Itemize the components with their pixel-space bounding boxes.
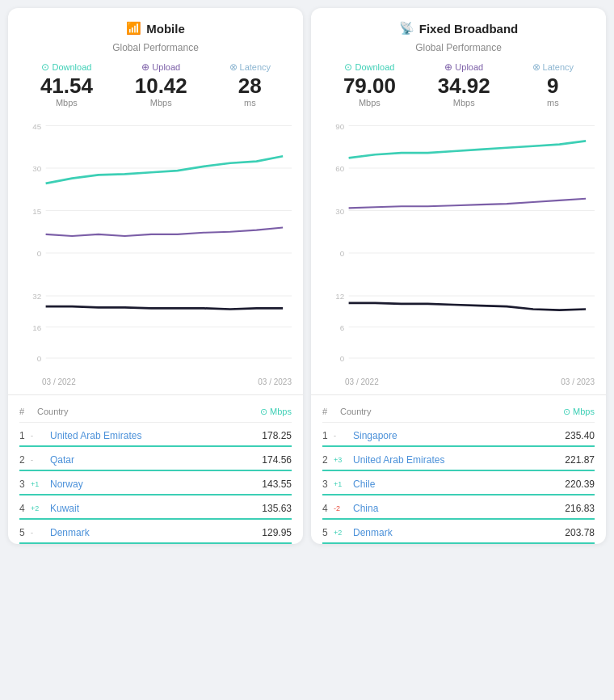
- mobile-latency-unit: ms: [229, 98, 271, 108]
- broadband-download-unit: Mbps: [343, 98, 396, 108]
- country-name[interactable]: China: [350, 503, 554, 514]
- broadband-upload-value: 34.92: [438, 74, 490, 98]
- svg-text:30: 30: [335, 206, 344, 215]
- country-name[interactable]: Chile: [350, 479, 554, 490]
- mbps-value: 220.39: [554, 479, 595, 490]
- table-row: 3 +1 Chile 220.39: [322, 471, 595, 495]
- bb-latency-icon: ⊗: [532, 61, 540, 73]
- country-name[interactable]: Kuwait: [47, 503, 251, 514]
- table-row: 5 +2 Denmark 203.78: [322, 520, 595, 544]
- mbps-value: 203.78: [554, 527, 595, 538]
- rank-change: +2: [31, 504, 47, 512]
- mbps-value: 221.87: [554, 454, 595, 466]
- mobile-table: # Country ⊙ Mbps 1 - United Arab Emirate…: [19, 403, 292, 544]
- mobile-col-rank: #: [19, 407, 37, 416]
- broadband-upload-unit: Mbps: [438, 98, 490, 108]
- mobile-latency: ⊗ Latency 28 ms: [229, 61, 271, 108]
- mobile-subtitle: Global Performance: [19, 42, 292, 53]
- mobile-download-chart: 45 30 15 0: [19, 117, 292, 287]
- mobile-chart-labels: 03 / 2022 03 / 2023: [19, 376, 292, 394]
- mobile-upload: ⊕ Upload 10.42 Mbps: [135, 61, 187, 108]
- rank-change: -: [31, 529, 47, 537]
- broadband-panel: 📡 Fixed Broadband Global Performance ⊙ D…: [311, 8, 606, 544]
- table-row: 4 -2 China 216.83: [322, 495, 595, 520]
- mobile-col-mbps: ⊙ Mbps: [243, 407, 292, 417]
- svg-text:0: 0: [37, 249, 41, 258]
- broadband-title: 📡 Fixed Broadband: [322, 21, 595, 36]
- mbps-value: 129.95: [251, 527, 292, 538]
- country-name[interactable]: Qatar: [47, 454, 251, 466]
- broadband-latency: ⊗ Latency 9 ms: [532, 61, 574, 108]
- mbps-value: 216.83: [554, 503, 595, 514]
- broadband-mbps-icon: ⊙: [563, 407, 570, 417]
- mobile-separator: [8, 394, 303, 395]
- rank-change: -2: [334, 504, 350, 512]
- country-name[interactable]: United Arab Emirates: [47, 430, 251, 441]
- rank-change: -: [334, 432, 350, 440]
- broadband-latency-label: ⊗ Latency: [532, 61, 574, 73]
- mbps-value: 135.63: [251, 503, 292, 514]
- broadband-col-mbps: ⊙ Mbps: [546, 407, 595, 417]
- svg-text:45: 45: [32, 121, 41, 130]
- rank-change: +1: [31, 480, 47, 488]
- broadband-table-header: # Country ⊙ Mbps: [322, 403, 595, 423]
- broadband-download: ⊙ Download 79.00 Mbps: [343, 61, 396, 108]
- mobile-latency-value: 28: [229, 74, 271, 98]
- broadband-upload: ⊕ Upload 34.92 Mbps: [438, 61, 490, 108]
- broadband-latency-chart: 12 6 0: [322, 287, 595, 376]
- svg-text:0: 0: [340, 354, 345, 363]
- svg-text:15: 15: [32, 206, 41, 215]
- bb-download-icon: ⊙: [344, 61, 352, 73]
- broadband-col-country: Country: [340, 407, 546, 416]
- broadband-table: # Country ⊙ Mbps 1 - Singapore 235.40 2 …: [322, 403, 595, 544]
- wifi-icon: 📡: [399, 21, 414, 36]
- mobile-col-country: Country: [37, 407, 243, 416]
- table-row: 3 +1 Norway 143.55: [19, 471, 292, 495]
- latency-icon: ⊗: [229, 61, 238, 73]
- mobile-panel: 📶 Mobile Global Performance ⊙ Download 4…: [8, 8, 303, 544]
- broadband-metrics: ⊙ Download 79.00 Mbps ⊕ Upload 34.92 Mbp…: [322, 61, 595, 108]
- broadband-latency-value: 9: [532, 74, 574, 98]
- rank-number: 5: [322, 527, 334, 538]
- svg-text:0: 0: [340, 249, 344, 258]
- broadband-download-label: ⊙ Download: [343, 61, 396, 73]
- svg-text:12: 12: [335, 292, 344, 301]
- broadband-table-rows: 1 - Singapore 235.40 2 +3 United Arab Em…: [322, 423, 595, 544]
- rank-change: -: [31, 456, 47, 464]
- mobile-table-rows: 1 - United Arab Emirates 178.25 2 - Qata…: [19, 423, 292, 544]
- country-name[interactable]: Singapore: [350, 430, 554, 441]
- rank-number: 5: [19, 527, 31, 538]
- mobile-download-label: ⊙ Download: [40, 61, 93, 73]
- svg-text:60: 60: [335, 164, 344, 173]
- broadband-download-value: 79.00: [343, 74, 396, 98]
- table-row: 5 - Denmark 129.95: [19, 520, 292, 544]
- svg-text:90: 90: [335, 121, 344, 130]
- mobile-download-value: 41.54: [40, 74, 93, 98]
- mbps-value: 178.25: [251, 430, 292, 441]
- mobile-latency-label: ⊗ Latency: [229, 61, 271, 73]
- country-name[interactable]: Denmark: [350, 527, 554, 538]
- mbps-value: 143.55: [251, 479, 292, 490]
- mbps-value: 235.40: [554, 430, 595, 441]
- mobile-upload-unit: Mbps: [135, 98, 187, 108]
- table-row: 4 +2 Kuwait 135.63: [19, 495, 292, 520]
- mobile-upload-value: 10.42: [135, 74, 187, 98]
- rank-number: 3: [322, 479, 334, 490]
- broadband-col-rank: #: [322, 407, 340, 416]
- rank-number: 3: [19, 479, 31, 490]
- rank-number: 4: [19, 503, 31, 514]
- country-name[interactable]: United Arab Emirates: [350, 454, 554, 466]
- svg-text:30: 30: [32, 164, 41, 173]
- rank-number: 1: [322, 430, 334, 441]
- mobile-latency-chart: 32 16 0: [19, 287, 292, 376]
- rank-change: -: [31, 432, 47, 440]
- mobile-mbps-icon: ⊙: [260, 407, 267, 417]
- mobile-metrics: ⊙ Download 41.54 Mbps ⊕ Upload 10.42 Mbp…: [19, 61, 292, 108]
- mobile-download-unit: Mbps: [40, 98, 93, 108]
- table-row: 1 - United Arab Emirates 178.25: [19, 423, 292, 447]
- broadband-separator: [311, 394, 606, 395]
- country-name[interactable]: Denmark: [47, 527, 251, 538]
- rank-number: 1: [19, 430, 31, 441]
- country-name[interactable]: Norway: [47, 479, 251, 490]
- bar-chart-icon: 📶: [126, 21, 141, 36]
